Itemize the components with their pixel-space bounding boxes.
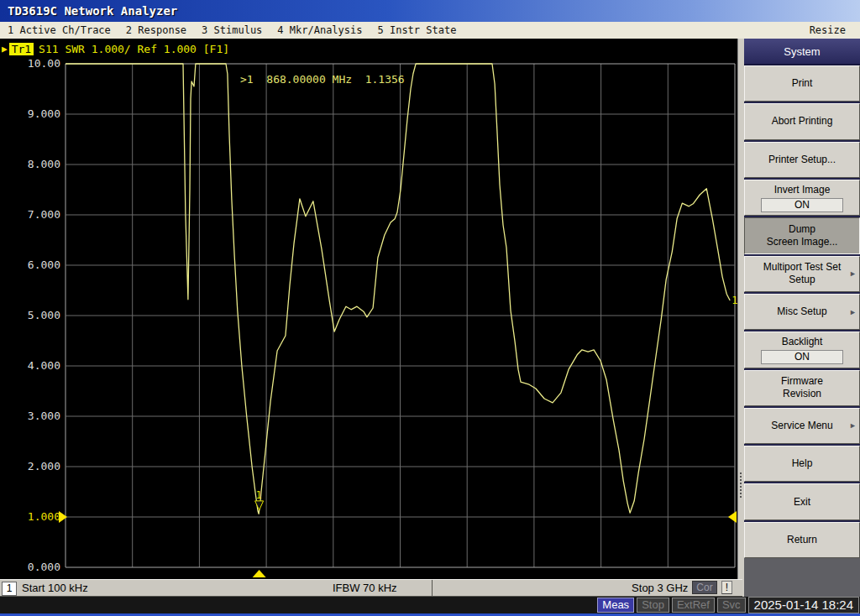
softkey-column: Print Abort Printing Printer Setup... In… — [744, 65, 860, 558]
status-extref: ExtRef — [672, 598, 715, 613]
softkey-invert-image-toggle[interactable]: Invert Image ON — [744, 180, 860, 216]
softkey-printer-setup[interactable]: Printer Setup... — [744, 142, 860, 178]
y-axis-tick-label: 6.000 — [28, 258, 60, 271]
window-title-bar: TD3619C Network Analyzer — [0, 0, 860, 22]
instrument-screen: TD3619C Network Analyzer 1 Active Ch/Tra… — [0, 0, 860, 616]
y-axis-tick-label: 8.000 — [28, 158, 60, 170]
y-axis-tick-label: 10.00 — [28, 57, 60, 70]
menu-item-stimulus[interactable]: 3 Stimulus — [194, 24, 270, 36]
start-frequency-label: Start 100 kHz — [22, 582, 88, 594]
trace-format-label: S11 SWR 1.000/ Ref 1.000 [F1] — [39, 43, 229, 55]
softkey-misc-setup[interactable]: Misc Setup ► — [744, 294, 860, 330]
correction-badge: Cor — [692, 581, 716, 594]
strip-divider — [432, 580, 433, 596]
instrument-status-bar: Meas Stop ExtRef Svc 2025-01-14 18:24 — [0, 597, 860, 613]
status-meas: Meas — [597, 598, 634, 613]
softkey-menu-title: System — [744, 39, 860, 65]
softkey-abort-printing[interactable]: Abort Printing — [744, 103, 860, 139]
y-axis-tick-label: 1.000 — [28, 510, 60, 523]
marker-stimulus-triangle-icon — [253, 570, 266, 577]
softkey-help[interactable]: Help — [744, 446, 860, 482]
backlight-state: ON — [761, 350, 843, 364]
stimulus-status-strip: 1 Start 100 kHz IFBW 70 kHz Stop 3 GHz C… — [0, 579, 742, 597]
trace-header: ▶ Tr1 S11 SWR 1.000/ Ref 1.000 [F1] — [2, 42, 229, 55]
channel-number-badge: 1 — [2, 582, 17, 596]
alert-badge: ! — [721, 581, 732, 594]
sidebar-splitter[interactable] — [737, 39, 744, 597]
softkey-service-menu[interactable]: Service Menu ► — [744, 408, 860, 444]
softkey-print[interactable]: Print — [744, 65, 860, 102]
y-axis-tick-label: 3.000 — [28, 410, 60, 422]
status-stop: Stop — [637, 598, 669, 613]
invert-image-state: ON — [761, 198, 843, 212]
menu-item-response[interactable]: 2 Response — [118, 24, 194, 36]
y-axis-tick-label: 9.000 — [28, 107, 60, 120]
submenu-arrow-icon: ► — [849, 420, 857, 432]
softkey-return[interactable]: Return — [744, 522, 860, 558]
stop-frequency-label: Stop 3 GHz — [632, 582, 688, 594]
softkey-exit[interactable]: Exit — [744, 483, 860, 519]
softkey-dump-screen-image[interactable]: Dump Screen Image... — [744, 217, 860, 253]
sidebar-filler — [744, 558, 860, 597]
y-axis-tick-label: 7.000 — [28, 208, 60, 221]
swr-chart: 10.009.0008.0007.0006.0005.0004.0003.000… — [0, 39, 737, 579]
y-axis-tick-label: 0.000 — [28, 561, 60, 573]
splitter-handle[interactable] — [740, 472, 743, 498]
swr-trace — [66, 64, 730, 514]
datetime-display: 2025-01-14 18:24 — [748, 597, 859, 613]
menu-bar: 1 Active Ch/Trace 2 Response 3 Stimulus … — [0, 22, 860, 39]
submenu-arrow-icon: ► — [849, 268, 857, 280]
y-axis-tick-label: 5.000 — [28, 309, 60, 321]
window-title: TD3619C Network Analyzer — [8, 4, 177, 18]
marker-readout: >1 868.00000 MHz 1.1356 — [240, 73, 405, 86]
menu-item-resize[interactable]: Resize — [802, 24, 853, 36]
y-axis-tick-label: 2.000 — [28, 460, 60, 472]
menu-item-mkr-analysis[interactable]: 4 Mkr/Analysis — [270, 24, 370, 36]
active-trace-arrow-icon: ▶ — [2, 44, 8, 55]
status-svc: Svc — [717, 598, 746, 613]
softkey-backlight-toggle[interactable]: Backlight ON — [744, 331, 860, 368]
ref-level-arrow-right-icon — [728, 511, 737, 523]
softkey-sidebar: System Print Abort Printing Printer Setu… — [744, 39, 860, 597]
marker-number-label: 1 — [256, 489, 262, 501]
menu-item-instr-state[interactable]: 5 Instr State — [370, 24, 464, 36]
trace-end-label: 1 — [732, 295, 737, 306]
softkey-multiport-test-set-setup[interactable]: Multiport Test Set Setup ► — [744, 256, 860, 292]
plot-area: 10.009.0008.0007.0006.0005.0004.0003.000… — [0, 39, 737, 579]
y-axis-tick-label: 4.000 — [28, 359, 60, 372]
submenu-arrow-icon: ► — [849, 305, 857, 318]
ifbw-label: IFBW 70 kHz — [333, 582, 397, 594]
softkey-firmware-revision[interactable]: Firmware Revision — [744, 370, 860, 406]
menu-item-active-ch-trace[interactable]: 1 Active Ch/Trace — [0, 24, 118, 36]
trace-name-badge[interactable]: Tr1 — [9, 43, 34, 55]
marker-triangle-icon — [255, 501, 264, 510]
